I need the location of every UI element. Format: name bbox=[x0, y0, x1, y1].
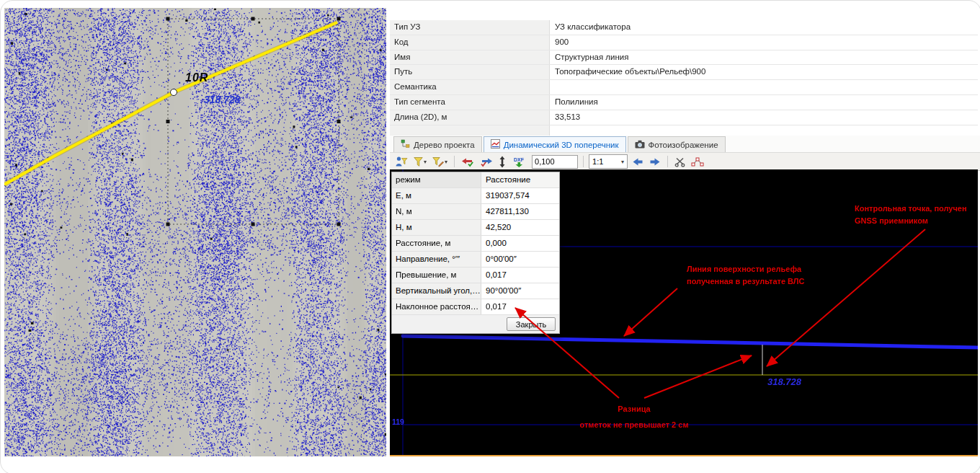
pan-back-icon[interactable] bbox=[631, 154, 645, 169]
measure-mode-label: режим bbox=[392, 172, 481, 187]
tab-project-tree[interactable]: Дерево проекта bbox=[393, 136, 482, 152]
measure-value: 427811,130 bbox=[481, 204, 559, 219]
property-row[interactable]: Имя Структурная линия bbox=[390, 50, 978, 66]
measure-value: 42,520 bbox=[481, 220, 559, 235]
selection-handles[interactable] bbox=[166, 17, 341, 226]
project-tree-icon bbox=[401, 139, 410, 150]
annotation-difference: Разница отметок не превышает 2 см bbox=[572, 401, 696, 433]
chevron-down-icon: ▾ bbox=[424, 159, 427, 165]
toolbar-separator bbox=[583, 156, 584, 167]
property-row[interactable]: Длина (2D), м 33,513 bbox=[390, 110, 978, 125]
measure-row: Расстояние, м 0,000 bbox=[392, 236, 559, 252]
tab-label: Динамический 3D поперечник bbox=[504, 141, 619, 149]
property-label: Имя bbox=[390, 50, 550, 65]
measure-row: N, м 427811,130 bbox=[392, 204, 559, 220]
pan-forward-icon[interactable] bbox=[648, 154, 662, 169]
filter-icon[interactable]: ▾ bbox=[412, 154, 428, 169]
relief-surface-line[interactable] bbox=[403, 336, 978, 348]
annotation-control-point: Контрольная точка, получен GNSS приемник… bbox=[855, 203, 967, 227]
measure-row: E, м 319037,574 bbox=[392, 188, 559, 204]
tab-label: Фотоизображение bbox=[649, 141, 718, 149]
property-value: УЗ классификатора bbox=[550, 20, 978, 35]
property-row[interactable]: Тип УЗ УЗ классификатора bbox=[390, 20, 978, 35]
offset-input[interactable] bbox=[532, 155, 578, 169]
structure-line-casing bbox=[4, 22, 337, 185]
bottom-accent-bar bbox=[390, 455, 978, 456]
scale-value: 1:1 bbox=[592, 157, 603, 166]
measure-value: 319037,574 bbox=[481, 188, 559, 203]
measure-row: H, м 42,520 bbox=[392, 220, 559, 236]
chevron-down-icon: ▾ bbox=[445, 159, 447, 165]
property-value: Полилиния bbox=[550, 95, 978, 110]
measure-label: Превышение, м bbox=[392, 268, 481, 283]
scale-select[interactable]: 1:1 ▾ bbox=[589, 154, 628, 169]
measure-row: Направление, °′″ 0°00′00″ bbox=[392, 252, 559, 268]
tab-label: Дерево проекта bbox=[414, 141, 475, 149]
update-section-icon[interactable] bbox=[460, 154, 476, 169]
measure-mode-value: Расстояние bbox=[481, 172, 559, 187]
toolbar-separator bbox=[454, 156, 455, 167]
measure-value: 0,000 bbox=[481, 236, 559, 251]
section-elevation-label: 318.728 bbox=[767, 376, 801, 387]
selection-rect bbox=[168, 19, 339, 224]
property-label: Тип сегмента bbox=[390, 95, 550, 110]
property-label: Семантика bbox=[390, 80, 550, 94]
vertex-handle[interactable] bbox=[171, 89, 177, 96]
dxf-label: DXF bbox=[514, 156, 525, 162]
property-row[interactable]: Путь Топографические объекты\Рельеф\900 bbox=[390, 65, 978, 80]
tab-bar: Дерево проекта Динамический 3D поперечни… bbox=[390, 136, 980, 152]
scissors-icon[interactable] bbox=[673, 154, 687, 169]
tab-photo-image[interactable]: Фотоизображение bbox=[628, 136, 726, 152]
tab-dynamic-cross-section[interactable]: Динамический 3D поперечник bbox=[484, 136, 626, 152]
measure-label: N, м bbox=[392, 204, 481, 219]
property-value: 900 bbox=[550, 35, 978, 50]
property-label: Тип УЗ bbox=[390, 20, 550, 35]
section-toolbar: ▾ ▾ DXF 1:1 ▾ bbox=[390, 152, 980, 171]
measure-label: Наклонное расстоян... bbox=[392, 299, 481, 314]
measure-label: Вертикальный угол, °′″ bbox=[392, 283, 481, 299]
property-row[interactable]: Тип сегмента Полилиния bbox=[390, 95, 978, 110]
chevron-down-icon: ▾ bbox=[621, 159, 624, 165]
measure-value: 0,017 bbox=[481, 268, 559, 283]
property-value: 33,513 bbox=[550, 110, 978, 125]
point-cloud-map[interactable]: 10R 318.728 bbox=[4, 8, 386, 456]
annotation-line: Линия поверхности рельефа bbox=[687, 263, 804, 275]
vertical-range-icon[interactable] bbox=[497, 154, 507, 169]
vertices-icon[interactable] bbox=[690, 154, 705, 169]
measure-row: Вертикальный угол, °′″ 90°00′00″ bbox=[392, 283, 559, 299]
properties-table: Тип УЗ УЗ классификатора Код 900 Имя Стр… bbox=[390, 20, 978, 140]
annotation-line: отметок не превышает 2 см bbox=[572, 417, 696, 433]
measurement-panel: режим Расстояние E, м 319037,574 N, м 42… bbox=[391, 172, 560, 334]
property-label: Длина (2D), м bbox=[390, 110, 550, 125]
measure-value: 90°00′00″ bbox=[481, 283, 559, 299]
camera-icon bbox=[635, 140, 645, 150]
annotation-line: Контрольная точка, получен bbox=[855, 203, 967, 215]
filter-edit-icon[interactable]: ▾ bbox=[431, 154, 449, 169]
property-row[interactable]: Код 900 bbox=[390, 35, 978, 50]
apply-section-icon[interactable] bbox=[478, 154, 494, 169]
app-frame: 10R 318.728 Тип УЗ УЗ классификатора Код… bbox=[0, 0, 980, 473]
property-value bbox=[550, 80, 978, 94]
annotation-line: GNSS приемником bbox=[855, 215, 967, 227]
measure-value: 0°00′00″ bbox=[481, 252, 559, 267]
measure-label: E, м bbox=[392, 188, 481, 203]
measure-label: Расстояние, м bbox=[392, 236, 481, 251]
point-label: 10R bbox=[185, 71, 208, 84]
close-button[interactable]: Закрыть bbox=[507, 317, 556, 331]
station-label-bottom: 119 bbox=[392, 417, 404, 426]
measure-label: Направление, °′″ bbox=[392, 252, 481, 267]
property-value: Структурная линия bbox=[550, 50, 978, 65]
annotation-line: Разница bbox=[572, 401, 696, 417]
property-label: Путь bbox=[390, 65, 550, 79]
measure-header-row: режим Расстояние bbox=[392, 172, 559, 188]
probe-filter-icon[interactable] bbox=[393, 154, 409, 169]
measure-value: 0,017 bbox=[481, 299, 559, 314]
dxf-export-icon[interactable]: DXF bbox=[510, 154, 529, 169]
structure-line[interactable] bbox=[4, 22, 337, 185]
property-row[interactable]: Семантика bbox=[390, 80, 978, 95]
measure-footer: Закрыть bbox=[392, 315, 559, 333]
measure-label: H, м bbox=[392, 220, 481, 235]
measure-row: Превышение, м 0,017 bbox=[392, 268, 559, 283]
annotation-line: полученная в результате ВЛС bbox=[687, 275, 804, 288]
toolbar-separator bbox=[667, 156, 668, 167]
